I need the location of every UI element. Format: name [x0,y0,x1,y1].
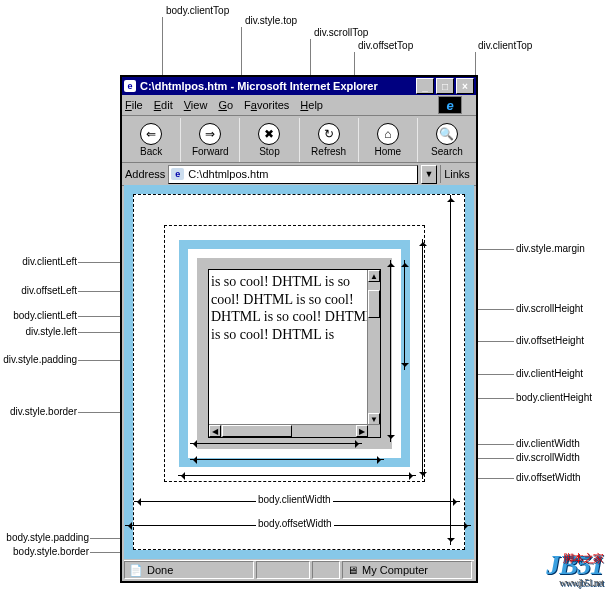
label-div-style-margin: div.style.margin [516,243,585,254]
label-div-scrollHeight: div.scrollHeight [516,303,583,314]
status-spacer [256,561,310,579]
div-text: is so cool! DHTML is so cool! DHTML is s… [209,270,380,346]
status-done: Done [147,564,173,576]
label-div-offsetWidth: div.offsetWidth [516,472,581,483]
div-border: is so cool! DHTML is so cool! DHTML is s… [179,240,410,467]
statusbar: 📄 Done 🖥 My Computer [124,560,474,579]
label-body-style-padding: body.style.padding [6,532,89,543]
status-zone: My Computer [362,564,428,576]
refresh-icon: ↻ [318,123,340,145]
label-div-offsetTop: div.offsetTop [358,40,413,51]
watermark: 脚本之家 JB51 www.jb51.net [546,549,603,588]
menu-go[interactable]: Go [218,99,233,111]
menu-edit[interactable]: Edit [154,99,173,111]
forward-icon: ⇒ [199,123,221,145]
menubar: File Edit View Go Favorites Help e [122,95,476,116]
status-zone-cell: 🖥 My Computer [342,561,472,579]
scroll-thumb-h[interactable] [222,425,292,437]
search-icon: 🔍 [436,123,458,145]
address-field[interactable]: e C:\dhtmlpos.htm [168,165,418,184]
label-body-clientLeft: body.clientLeft [13,310,77,321]
dim-div-clientHeight [390,260,391,442]
tool-label: Search [431,146,463,157]
home-icon: ⌂ [377,123,399,145]
titlebar[interactable]: e C:\dhtmlpos.htm - Microsoft Internet E… [122,77,476,95]
stop-icon: ✖ [258,123,280,145]
label-div-scrollWidth: div.scrollWidth [516,452,580,463]
label-body-style-border: body.style.border [13,546,89,557]
tool-refresh[interactable]: ↻Refresh [300,118,359,162]
address-bar: Address e C:\dhtmlpos.htm ▼ Links [122,163,476,186]
dim-body-clientHeight [450,195,451,545]
dimlabel-body-offsetWidth: body.offsetWidth [256,518,334,529]
label-div-style-padding: div.style.padding [3,354,77,365]
div-padding: is so cool! DHTML is so cool! DHTML is s… [197,258,392,449]
label-body-clientTop: body.clientTop [166,5,229,16]
label-div-style-left: div.style.left [26,326,78,337]
ie-window: e C:\dhtmlpos.htm - Microsoft Internet E… [120,75,478,583]
address-label: Address [125,168,165,180]
label-div-scrollTop: div.scrollTop [314,27,368,38]
links-button[interactable]: Links [440,165,473,183]
lead [78,316,126,317]
document-client: is so cool! DHTML is so cool! DHTML is s… [124,185,474,559]
dimlabel-body-clientWidth: body.clientWidth [256,494,333,505]
toolbar: ⇐Back ⇒Forward ✖Stop ↻Refresh ⌂Home 🔍Sea… [122,116,476,163]
menu-file[interactable]: File [125,99,143,111]
dim-div-offsetWidth [178,475,416,476]
tool-search[interactable]: 🔍Search [418,118,476,162]
tool-stop[interactable]: ✖Stop [240,118,299,162]
label-div-style-top: div.style.top [245,15,297,26]
tool-label: Forward [192,146,229,157]
tool-label: Back [140,146,162,157]
status-done-cell: 📄 Done [124,561,254,579]
page-icon: 📄 [129,564,143,577]
menu-view[interactable]: View [184,99,208,111]
scroll-thumb[interactable] [368,290,380,318]
back-icon: ⇐ [140,123,162,145]
minimize-button[interactable]: _ [416,78,434,94]
menu-favorites[interactable]: Favorites [244,99,289,111]
vertical-scrollbar[interactable]: ▲ ▼ [367,270,380,425]
window-title: C:\dhtmlpos.htm - Microsoft Internet Exp… [140,80,378,92]
tool-home[interactable]: ⌂Home [359,118,418,162]
watermark-cn: 脚本之家 [563,551,603,566]
size-grip [368,425,380,437]
computer-icon: 🖥 [347,564,358,576]
scroll-up-button[interactable]: ▲ [368,270,380,282]
tool-label: Home [374,146,401,157]
horizontal-scrollbar[interactable]: ◀ ▶ [209,424,380,437]
status-security [312,561,340,579]
label-div-clientWidth: div.clientWidth [516,438,580,449]
address-dropdown[interactable]: ▼ [421,165,437,184]
scroll-left-button[interactable]: ◀ [209,425,221,437]
ie-logo-icon: e [438,96,462,114]
menu-help[interactable]: Help [300,99,323,111]
scroll-right-button[interactable]: ▶ [356,425,368,437]
label-div-clientTop: div.clientTop [478,40,532,51]
label-div-style-border: div.style.border [10,406,77,417]
page-icon: e [171,168,184,180]
close-button[interactable]: × [456,78,474,94]
diagram-stage: body.clientTop div.style.top div.scrollT… [0,0,609,602]
dim-div-clientWidth [190,443,362,444]
label-div-offsetLeft: div.offsetLeft [21,285,77,296]
label-body-clientHeight: body.clientHeight [516,392,592,403]
div-content: is so cool! DHTML is so cool! DHTML is s… [208,269,381,438]
label-div-clientLeft: div.clientLeft [22,256,77,267]
dim-div-scrollWidth [190,459,384,460]
label-div-offsetHeight: div.offsetHeight [516,335,584,346]
dim-div-offsetHeight [422,239,423,479]
tool-label: Refresh [311,146,346,157]
tool-forward[interactable]: ⇒Forward [181,118,240,162]
label-div-clientHeight: div.clientHeight [516,368,583,379]
tool-label: Stop [259,146,280,157]
tool-back[interactable]: ⇐Back [122,118,181,162]
maximize-button[interactable]: □ [436,78,454,94]
address-value: C:\dhtmlpos.htm [188,168,268,180]
dim-div-scrollHeight [404,260,405,370]
ie-icon: e [124,80,136,92]
